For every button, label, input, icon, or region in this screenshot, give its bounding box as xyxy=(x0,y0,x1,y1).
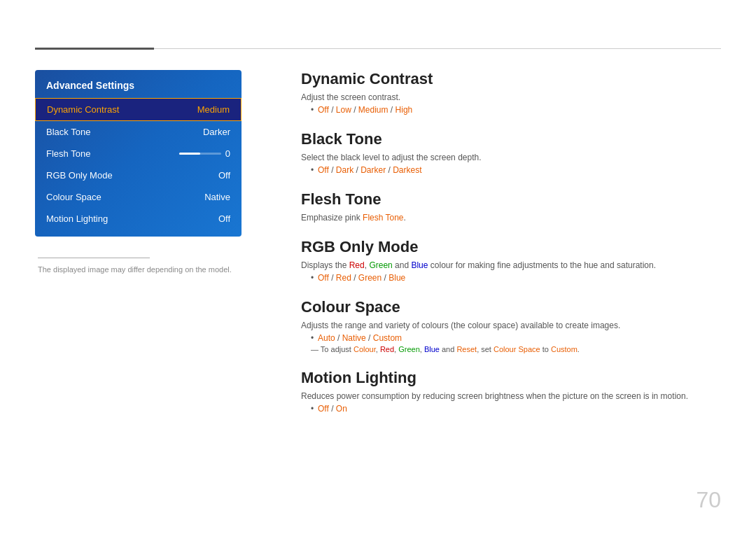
option-off: Off xyxy=(318,105,329,115)
option-darker: Darker xyxy=(360,165,386,175)
menu-item-motion-lighting[interactable]: Motion Lighting Off xyxy=(35,208,241,230)
section-options-motion-lighting: Off / On xyxy=(301,404,721,414)
section-title-dynamic-contrast: Dynamic Contrast xyxy=(301,70,721,88)
section-black-tone: Black Tone Select the black level to adj… xyxy=(301,130,721,175)
menu-item-flesh-tone[interactable]: Flesh Tone 0 xyxy=(35,143,241,164)
flesh-tone-value: 0 xyxy=(225,148,230,159)
sep: / xyxy=(329,165,336,175)
red-highlight2: Red xyxy=(380,345,394,353)
section-motion-lighting: Motion Lighting Reduces power consumptio… xyxy=(301,369,721,414)
note-section: The displayed image may differ depending… xyxy=(35,258,241,274)
colour-highlight: Colour xyxy=(354,345,376,353)
top-line-dark xyxy=(35,48,154,50)
section-flesh-tone: Flesh Tone Emphasize pink Flesh Tone. xyxy=(301,190,721,223)
sep: / xyxy=(388,105,396,115)
section-options-colour-space: Auto / Native / Custom xyxy=(301,333,721,343)
options-list-item: Off / Red / Green / Blue xyxy=(311,273,721,283)
sep: / xyxy=(329,404,336,414)
menu-item-black-tone[interactable]: Black Tone Darker xyxy=(35,121,241,143)
section-rgb-only-mode: RGB Only Mode Displays the Red, Green an… xyxy=(301,238,721,283)
option-off: Off xyxy=(318,404,329,414)
option-on: On xyxy=(336,404,347,414)
option-medium: Medium xyxy=(358,105,388,115)
option-off: Off xyxy=(318,273,329,283)
section-options-rgb: Off / Red / Green / Blue xyxy=(301,273,721,283)
menu-item-label: RGB Only Mode xyxy=(46,170,113,181)
options-list-item: Off / On xyxy=(311,404,721,414)
top-decorative-lines xyxy=(35,48,721,50)
option-red: Red xyxy=(336,273,351,283)
option-dark: Dark xyxy=(336,165,354,175)
sep: / xyxy=(386,165,393,175)
section-desc-motion-lighting: Reduces power consumption by reducing sc… xyxy=(301,391,721,401)
sep: / xyxy=(329,273,336,283)
custom-highlight: Custom xyxy=(551,345,578,353)
menu-item-rgb-only-mode[interactable]: RGB Only Mode Off xyxy=(35,164,241,186)
section-title-rgb-only-mode: RGB Only Mode xyxy=(301,238,721,256)
menu-item-label: Dynamic Contrast xyxy=(47,104,119,115)
options-list-item: Off / Low / Medium / High xyxy=(311,105,721,115)
menu-item-label: Black Tone xyxy=(46,127,90,137)
menu-item-value: Off xyxy=(218,170,230,181)
section-title-black-tone: Black Tone xyxy=(301,130,721,148)
slider-track xyxy=(179,153,221,155)
sep: / xyxy=(351,105,358,115)
section-options-black-tone: Off / Dark / Darker / Darkest xyxy=(301,165,721,175)
sep: / xyxy=(351,273,358,283)
options-list-item: Off / Dark / Darker / Darkest xyxy=(311,165,721,175)
menu-item-value: Off xyxy=(218,213,230,224)
section-desc-black-tone: Select the black level to adjust the scr… xyxy=(301,153,721,162)
left-panel: Advanced Settings Dynamic Contrast Mediu… xyxy=(35,70,241,274)
menu-item-colour-space[interactable]: Colour Space Native xyxy=(35,186,241,208)
menu-item-value: Medium xyxy=(197,104,230,115)
menu-item-dynamic-contrast[interactable]: Dynamic Contrast Medium xyxy=(35,98,241,121)
section-desc-colour-space: Adjusts the range and variety of colours… xyxy=(301,321,721,330)
section-title-motion-lighting: Motion Lighting xyxy=(301,369,721,387)
blue-highlight: Blue xyxy=(411,260,428,270)
advanced-settings-menu: Advanced Settings Dynamic Contrast Mediu… xyxy=(35,70,241,237)
section-options-dynamic-contrast: Off / Low / Medium / High xyxy=(301,105,721,115)
green-highlight2: Green xyxy=(398,345,420,353)
section-desc-flesh-tone: Emphasize pink Flesh Tone. xyxy=(301,213,721,223)
sep: / xyxy=(329,105,336,115)
option-green: Green xyxy=(358,273,382,283)
section-desc-dynamic-contrast: Adjust the screen contrast. xyxy=(301,92,721,102)
menu-item-label: Motion Lighting xyxy=(46,213,108,224)
option-darkest: Darkest xyxy=(393,165,421,175)
slider-fill xyxy=(179,153,200,155)
option-blue: Blue xyxy=(388,273,405,283)
note-text: The displayed image may differ depending… xyxy=(38,265,239,274)
options-list-item: Auto / Native / Custom xyxy=(311,333,721,343)
menu-item-value: Darker xyxy=(203,127,230,137)
section-title-flesh-tone: Flesh Tone xyxy=(301,190,721,209)
sep: / xyxy=(335,333,342,343)
sep: / xyxy=(366,333,373,343)
sep: / xyxy=(382,273,388,283)
menu-item-value: Native xyxy=(204,192,230,202)
option-native: Native xyxy=(342,333,366,343)
option-high: High xyxy=(396,105,413,115)
section-dynamic-contrast: Dynamic Contrast Adjust the screen contr… xyxy=(301,70,721,115)
page-number: 70 xyxy=(696,487,721,513)
colour-space-highlight: Colour Space xyxy=(493,345,540,353)
reset-highlight: Reset xyxy=(456,345,477,353)
sep: / xyxy=(354,165,360,175)
blue-highlight2: Blue xyxy=(424,345,440,353)
section-desc-rgb-only-mode: Displays the Red, Green and Blue colour … xyxy=(301,260,721,270)
red-highlight: Red xyxy=(349,260,365,270)
option-auto: Auto xyxy=(318,333,335,343)
note-divider xyxy=(38,258,150,258)
right-content: Dynamic Contrast Adjust the screen contr… xyxy=(301,70,721,429)
option-low: Low xyxy=(336,105,351,115)
option-custom: Custom xyxy=(373,333,402,343)
colour-space-subnote: To adjust Colour, Red, Green, Blue and R… xyxy=(301,345,721,353)
menu-title: Advanced Settings xyxy=(35,80,241,98)
flesh-tone-highlight: Flesh Tone xyxy=(363,213,403,223)
option-off: Off xyxy=(318,165,329,175)
top-line-light xyxy=(154,48,721,49)
menu-item-label: Flesh Tone xyxy=(46,148,90,159)
section-title-colour-space: Colour Space xyxy=(301,298,721,316)
flesh-tone-slider: 0 xyxy=(179,148,230,159)
menu-item-label: Colour Space xyxy=(46,192,102,202)
green-highlight: Green xyxy=(369,260,392,270)
